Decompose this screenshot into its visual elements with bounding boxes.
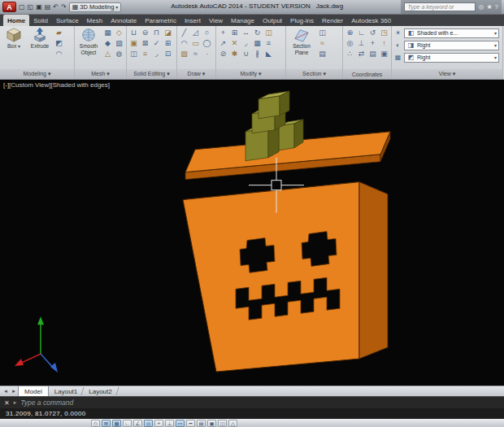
tab-render[interactable]: Render	[318, 15, 347, 26]
tab-model[interactable]: Model	[18, 386, 49, 396]
favorites-icon[interactable]: ★	[486, 3, 492, 11]
save-file-icon[interactable]: ▣	[36, 4, 42, 11]
tab-insert[interactable]: Insert	[180, 15, 205, 26]
snap-toggle-icon[interactable]: ⊞	[102, 420, 111, 427]
ucs-z-axis-icon[interactable]: ↑	[379, 38, 389, 49]
ucs-axis-icon[interactable]	[15, 316, 58, 373]
tab-home[interactable]: Home	[3, 15, 29, 26]
explode-icon[interactable]: ✱	[229, 49, 240, 59]
dyn-toggle-icon[interactable]: ▭	[176, 420, 185, 427]
panel-label-mesh[interactable]: Mesh ▾	[75, 69, 126, 79]
tab-mesh[interactable]: Mesh	[83, 15, 107, 26]
ucs-world-icon[interactable]: ⊕	[345, 28, 355, 38]
generate-section-icon[interactable]: ▤	[317, 49, 328, 59]
copy-icon[interactable]: ⊞	[229, 28, 240, 38]
tab-solid[interactable]: Solid	[29, 15, 52, 26]
sweep-icon[interactable]: ◠	[54, 49, 64, 59]
offset-icon[interactable]: ≡	[263, 38, 274, 49]
tab-parametric[interactable]: Parametric	[141, 15, 180, 26]
ucs-named-icon[interactable]: ▤	[367, 49, 378, 59]
scale-icon[interactable]: ↗	[218, 38, 228, 49]
imprint-icon[interactable]: ⊞	[163, 38, 173, 49]
intersect-icon[interactable]: ⊓	[151, 28, 162, 38]
pumpkin-body[interactable]	[183, 182, 388, 372]
infer-toggle-icon[interactable]: ◇	[91, 420, 100, 427]
open-file-icon[interactable]: ◱	[28, 4, 34, 11]
smooth-object-button[interactable]: Smooth Object	[76, 28, 101, 56]
search-icon[interactable]: ◎	[478, 3, 484, 11]
erase-icon[interactable]: ⊘	[218, 49, 228, 59]
trim-icon[interactable]: ✕	[229, 38, 240, 49]
model-space[interactable]	[0, 80, 504, 386]
ucs-face-icon[interactable]: ◳	[379, 28, 389, 38]
tab-scroll-right-icon[interactable]: ▸	[10, 388, 18, 394]
ucs-3point-icon[interactable]: ∴	[345, 49, 355, 59]
shell-icon[interactable]: ▣	[128, 38, 139, 49]
ucs-previous-icon[interactable]: ↺	[367, 28, 378, 38]
tab-view[interactable]: View	[205, 15, 227, 26]
polyline-icon[interactable]: ◿	[190, 28, 201, 38]
ortho-toggle-icon[interactable]: ∟	[123, 420, 132, 427]
sc-toggle-icon[interactable]: ◫	[218, 420, 227, 427]
circle-icon[interactable]: ○	[202, 28, 212, 38]
tpy-toggle-icon[interactable]: ▤	[197, 420, 206, 427]
redo-icon[interactable]: ↷	[61, 4, 67, 11]
tab-plug-ins[interactable]: Plug-ins	[286, 15, 318, 26]
tab-scroll-left-icon[interactable]: ◂	[2, 388, 10, 394]
pumpkin-right-face[interactable]	[359, 182, 388, 359]
chamfer-icon[interactable]: ◣	[263, 49, 274, 59]
join-icon[interactable]: ∪	[241, 49, 251, 59]
pumpkin-front-face[interactable]	[183, 182, 359, 372]
command-line[interactable]: ✕ ▸ Type a command	[0, 396, 504, 408]
fillet-icon[interactable]: ◞	[241, 38, 251, 49]
panel-label-modeling[interactable]: Modeling ▾	[0, 69, 74, 79]
line-icon[interactable]: ╱	[179, 28, 189, 38]
tab-autodesk-360[interactable]: Autodesk 360	[347, 15, 395, 26]
subtract-icon[interactable]: ⊖	[140, 28, 150, 38]
undo-icon[interactable]: ↶	[53, 4, 59, 11]
ucs-x-icon[interactable]: ⇄	[356, 49, 367, 59]
mesh-refine-icon[interactable]: ▨	[114, 38, 124, 49]
new-file-icon[interactable]: ▢	[19, 4, 25, 11]
panel-label-section[interactable]: Section ▾	[286, 69, 342, 79]
smooth-less-icon[interactable]: ◆	[102, 38, 113, 49]
named-view-dropdown[interactable]: ◨ Right ▾	[404, 41, 499, 50]
arc-icon[interactable]: ◠	[179, 38, 189, 49]
polar-toggle-icon[interactable]: ∠	[133, 420, 142, 427]
add-jog-icon[interactable]: ≈	[317, 38, 328, 49]
tab-layout1[interactable]: Layout1	[49, 386, 83, 396]
ucs-object-icon[interactable]: ◎	[345, 38, 355, 49]
otrack-toggle-icon[interactable]: +	[154, 420, 163, 427]
osnap-toggle-icon[interactable]: ◎	[144, 420, 153, 427]
offset-edge-icon[interactable]: ≡	[140, 49, 150, 59]
tab-layout2[interactable]: Layout2	[83, 386, 117, 396]
fillet-edge-icon[interactable]: ◞	[151, 49, 162, 59]
lwt-toggle-icon[interactable]: ━	[186, 420, 195, 427]
ucs-view-dropdown[interactable]: ◩ Right ▾	[404, 53, 499, 63]
array-icon[interactable]: ▦	[252, 38, 263, 49]
grid-toggle-icon[interactable]: ▦	[112, 420, 121, 427]
materials-icon[interactable]: ◐	[393, 40, 402, 50]
sun-icon[interactable]: ☀	[393, 28, 402, 38]
ucs-view-icon[interactable]: ⊥	[356, 38, 367, 49]
mirror-icon[interactable]: ◫	[263, 28, 274, 38]
presspull-icon[interactable]: ◩	[54, 38, 64, 49]
ellipse-icon[interactable]: ◯	[202, 38, 212, 49]
hatch-icon[interactable]: ▨	[179, 49, 189, 59]
rectangle-icon[interactable]: ▭	[190, 38, 201, 49]
help-icon[interactable]: ?	[495, 3, 498, 11]
smooth-more-icon[interactable]: ◇	[114, 28, 124, 38]
grid-icon[interactable]: ▦	[393, 52, 402, 63]
am-toggle-icon[interactable]: △	[228, 420, 237, 427]
live-section-icon[interactable]: ◫	[317, 28, 328, 38]
workspace-switcher[interactable]: ▦ 3D Modeling ▾	[69, 2, 122, 12]
command-options-icon[interactable]: ▸	[14, 399, 17, 406]
search-input[interactable]: Type a keyword or	[404, 2, 476, 11]
tab-output[interactable]: Output	[259, 15, 286, 26]
point-icon[interactable]: ∙	[202, 49, 212, 59]
box-button[interactable]: Box ▾	[2, 28, 26, 50]
tab-annotate[interactable]: Annotate	[106, 15, 141, 26]
panel-label-draw[interactable]: Draw ▾	[177, 69, 215, 79]
extrude-button[interactable]: Extrude	[28, 28, 52, 50]
qp-toggle-icon[interactable]: ▣	[207, 420, 216, 427]
